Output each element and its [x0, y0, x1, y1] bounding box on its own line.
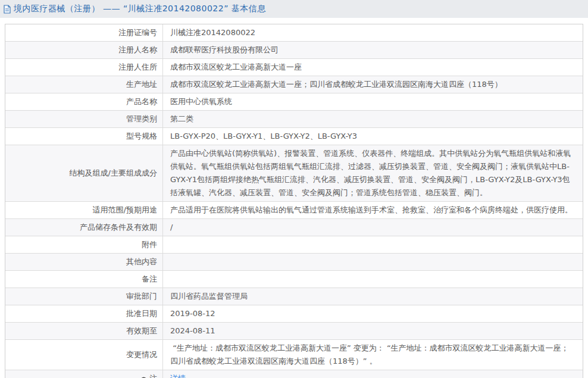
row-label-text: 备注	[142, 273, 157, 286]
row-label-text: 变更情况	[126, 348, 157, 361]
row-label: 有效期至	[5, 323, 162, 339]
row-label-text: 审批部门	[126, 290, 157, 303]
table-row: 审批部门 四川省药品监督管理局	[5, 288, 583, 305]
detail-link[interactable]: 详情	[170, 372, 186, 378]
registration-info-table: 注册证编号 川械注准20142080022 注册人名称 成都联帮医疗科技股份有限…	[5, 24, 583, 378]
row-value-cell: 四川省药品监督管理局	[162, 288, 583, 305]
table-row: 注册人住所 成都市双流区蛟龙工业港高新大道一座	[5, 58, 583, 76]
row-label-text: 注册证编号	[118, 26, 157, 39]
row-value-cell	[162, 271, 583, 288]
row-label-text: 适用范围/预期用途	[93, 204, 157, 217]
table-row: 批准日期 2019-08-12	[5, 305, 583, 322]
table-row: 生产地址 成都市双流区蛟龙工业港高新大道一座；四川省成都蛟龙工业港双流园区南海大…	[5, 76, 583, 93]
row-label: 产品储存条件及有效期	[5, 219, 162, 236]
row-label: 结构及组成/主要组成成分	[5, 145, 162, 201]
row-label-text: 产品储存条件及有效期	[80, 221, 157, 234]
table-row: 适用范围/预期用途 产品适用于在医院将供氧站输出的氧气通过管道系统输送到手术室、…	[5, 201, 583, 218]
row-value: 产品适用于在医院将供氧站输出的氧气通过管道系统输送到手术室、抢救室、治疗室和各个…	[170, 204, 573, 217]
row-label: 审批部门	[5, 288, 162, 305]
row-value: 成都联帮医疗科技股份有限公司	[170, 43, 279, 57]
row-label: 管理类别	[5, 111, 162, 127]
row-value: 成都市双流区蛟龙工业港高新大道一座	[170, 61, 302, 74]
row-label-text: 有效期至	[126, 324, 157, 338]
row-value: LB-GYX-P20、LB-GYX-Y1、LB-GYX-Y2、LB-GYX-Y3	[170, 130, 357, 143]
title-band: 境内医疗器械（注册） —— “川械注准20142080022” 基本信息	[0, 0, 588, 18]
table-row: 注 详情	[5, 370, 583, 378]
table-row: 附件	[5, 236, 583, 253]
table-row: 注册证编号 川械注准20142080022	[5, 24, 583, 41]
row-value: /	[170, 221, 173, 234]
table-row: 结构及组成/主要组成成分 产品由中心供氧站(简称供氧站)、报警装置、管道系统、仪…	[5, 145, 583, 201]
row-label: 注	[5, 370, 162, 378]
row-label-text: 其他内容	[126, 255, 157, 268]
row-value-cell: 第二类	[162, 111, 583, 127]
row-label: 产品名称	[5, 93, 162, 110]
row-label-text: 附件	[142, 238, 157, 251]
document-icon	[3, 5, 11, 14]
row-label: 备注	[5, 271, 162, 288]
row-value-cell: 成都市双流区蛟龙工业港高新大道一座	[162, 59, 583, 76]
table-row: 备注	[5, 270, 583, 288]
table-row: 有效期至 2024-08-11	[5, 322, 583, 339]
row-value-cell: LB-GYX-P20、LB-GYX-Y1、LB-GYX-Y2、LB-GYX-Y3	[162, 128, 583, 145]
row-value: 医用中心供氧系统	[170, 95, 232, 108]
row-value-cell: 详情	[162, 370, 583, 378]
row-label: 附件	[5, 236, 162, 253]
row-label-text: 注	[149, 372, 157, 378]
row-label-text: 生产地址	[126, 78, 157, 91]
table-row: 管理类别 第二类	[5, 110, 583, 127]
row-label: 变更情况	[5, 340, 162, 370]
page-title: 境内医疗器械（注册） —— “川械注准20142080022” 基本信息	[14, 4, 266, 14]
row-label: 生产地址	[5, 76, 162, 93]
row-label-text: 注册人住所	[118, 61, 157, 74]
row-value: 2019-08-12	[170, 307, 215, 320]
row-value: 第二类	[170, 113, 193, 126]
table-row: 其他内容	[5, 253, 583, 270]
row-value: 川械注准20142080022	[170, 26, 255, 39]
row-label-text: 管理类别	[126, 113, 157, 126]
row-value-cell	[162, 236, 583, 253]
row-label: 注册人名称	[5, 42, 162, 58]
row-value-cell: “生产地址：成都市双流区蛟龙工业港高新大道一座” 变更为： “生产地址：成都市双…	[162, 340, 583, 370]
row-value: 四川省药品监督管理局	[170, 290, 248, 303]
table-row: 产品储存条件及有效期 /	[5, 218, 583, 236]
row-label-text: 批准日期	[126, 307, 157, 320]
table-row: 型号规格 LB-GYX-P20、LB-GYX-Y1、LB-GYX-Y2、LB-G…	[5, 127, 583, 145]
row-label: 型号规格	[5, 128, 162, 145]
row-label: 适用范围/预期用途	[5, 202, 162, 218]
row-label: 注册证编号	[5, 24, 162, 41]
row-label-text: 型号规格	[126, 130, 157, 143]
comment-icon	[140, 376, 148, 378]
row-label-text: 结构及组成/主要组成成分	[70, 167, 157, 180]
row-value: 2024-08-11	[170, 324, 215, 338]
table-row: 产品名称 医用中心供氧系统	[5, 93, 583, 110]
row-value: “生产地址：成都市双流区蛟龙工业港高新大道一座” 变更为： “生产地址：成都市双…	[170, 342, 574, 368]
table-row: 变更情况 “生产地址：成都市双流区蛟龙工业港高新大道一座” 变更为： “生产地址…	[5, 339, 583, 370]
row-value-cell: 产品由中心供氧站(简称供氧站)、报警装置、管道系统、仪表器件、终端组成。其中供氧…	[162, 145, 583, 201]
row-value-cell	[162, 254, 583, 270]
row-value-cell: /	[162, 219, 583, 236]
row-label: 其他内容	[5, 254, 162, 270]
row-label: 注册人住所	[5, 59, 162, 76]
table-row: 注册人名称 成都联帮医疗科技股份有限公司	[5, 41, 583, 58]
row-value-cell: 2019-08-12	[162, 305, 583, 322]
row-value-cell: 医用中心供氧系统	[162, 93, 583, 110]
row-value-cell: 成都联帮医疗科技股份有限公司	[162, 42, 583, 58]
row-value-cell: 产品适用于在医院将供氧站输出的氧气通过管道系统输送到手术室、抢救室、治疗室和各个…	[162, 202, 583, 218]
row-value: 成都市双流区蛟龙工业港高新大道一座；四川省成都蛟龙工业港双流园区南海大道四座（1…	[170, 78, 502, 91]
row-label-text: 产品名称	[126, 95, 157, 108]
row-value-cell: 2024-08-11	[162, 323, 583, 339]
row-value: 产品由中心供氧站(简称供氧站)、报警装置、管道系统、仪表器件、终端组成。其中供氧…	[170, 147, 574, 199]
row-value-cell: 成都市双流区蛟龙工业港高新大道一座；四川省成都蛟龙工业港双流园区南海大道四座（1…	[162, 76, 583, 93]
row-label-text: 注册人名称	[118, 43, 157, 57]
row-label: 批准日期	[5, 305, 162, 322]
row-value-cell: 川械注准20142080022	[162, 24, 583, 41]
